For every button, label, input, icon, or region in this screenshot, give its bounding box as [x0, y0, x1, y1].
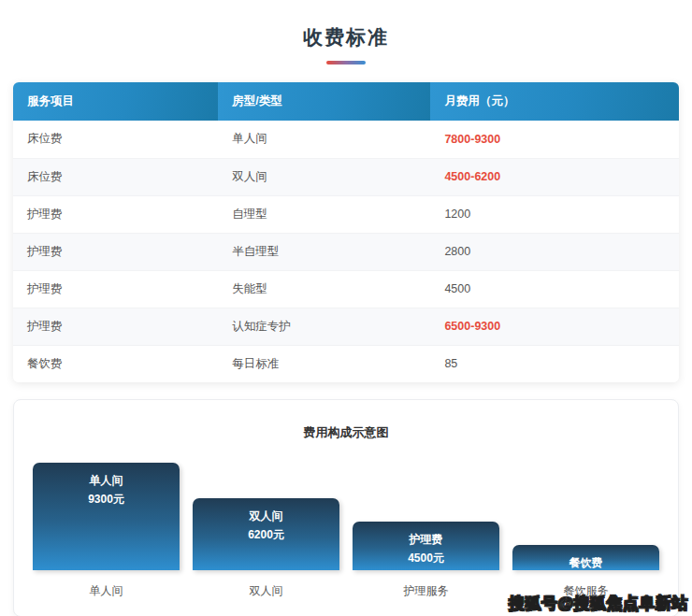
x-axis-label: 双人间	[193, 584, 339, 597]
bar-name-label: 双人间	[193, 507, 339, 525]
bar-area: 单人间 9300元	[33, 462, 180, 570]
x-axis-label: 单人间	[33, 584, 180, 597]
type-cell: 双人间	[218, 158, 430, 195]
fee-cell: 4500	[430, 270, 679, 308]
title-underline-rule	[326, 61, 366, 64]
page-container: 收费标准 服务项目 房型/类型 月费用（元） 床位费 单人间 7800-9300	[0, 0, 692, 616]
chart-column-dining: 餐饮费 餐饮服务	[512, 462, 659, 597]
chart-column-double-room: 双人间 6200元 双人间	[193, 462, 339, 597]
type-cell: 自理型	[218, 195, 430, 233]
page-header: 收费标准	[13, 0, 679, 64]
bar-value-label: 9300元	[33, 490, 180, 509]
type-cell: 失能型	[218, 270, 430, 308]
fee-cell: 85	[430, 345, 679, 382]
bar-single-room: 单人间 9300元	[33, 463, 180, 570]
bar-name-label: 单人间	[33, 471, 180, 490]
fee-table-body: 床位费 单人间 7800-9300 床位费 双人间 4500-6200 护理费 …	[13, 121, 679, 382]
service-cell: 床位费	[13, 121, 218, 158]
service-cell: 护理费	[13, 270, 218, 308]
table-row: 护理费 认知症专护 6500-9300	[13, 308, 679, 345]
fee-cell: 1200	[430, 195, 679, 233]
table-row: 床位费 单人间 7800-9300	[13, 121, 679, 158]
bar-dining-fee: 餐饮费	[512, 545, 659, 570]
type-cell: 每日标准	[218, 345, 430, 382]
chart-column-single-room: 单人间 9300元 单人间	[33, 462, 180, 597]
fee-table-header: 服务项目 房型/类型 月费用（元）	[13, 82, 679, 121]
fee-table-card: 服务项目 房型/类型 月费用（元） 床位费 单人间 7800-9300 床位费 …	[13, 82, 679, 382]
service-cell: 床位费	[13, 158, 218, 195]
bar-value-label: 4500元	[353, 549, 499, 567]
type-cell: 半自理型	[218, 233, 430, 270]
bar-double-room: 双人间 6200元	[193, 498, 339, 570]
page-title: 收费标准	[303, 24, 389, 50]
bar-area: 双人间 6200元	[193, 462, 339, 570]
chart-title: 费用构成示意图	[33, 424, 659, 441]
bar-name-label: 餐饮费	[512, 553, 659, 570]
fee-table: 服务项目 房型/类型 月费用（元） 床位费 单人间 7800-9300 床位费 …	[13, 82, 679, 382]
header-service: 服务项目	[13, 82, 218, 121]
table-row: 床位费 双人间 4500-6200	[13, 158, 679, 195]
service-cell: 护理费	[13, 308, 218, 345]
fee-composition-chart-card: 费用构成示意图 单人间 9300元 单人间 双人间 6200元	[13, 399, 679, 616]
header-row: 服务项目 房型/类型 月费用（元）	[13, 82, 679, 121]
bar-value-label: 6200元	[193, 525, 339, 544]
table-row: 护理费 自理型 1200	[13, 195, 679, 233]
type-cell: 认知症专护	[218, 308, 430, 345]
bar-name-label: 护理费	[353, 530, 499, 549]
type-cell: 单人间	[218, 121, 430, 158]
chart-bars-row: 单人间 9300元 单人间 双人间 6200元 双人间	[33, 462, 659, 597]
fee-cell: 4500-6200	[430, 158, 679, 195]
fee-cell: 2800	[430, 233, 679, 270]
service-cell: 餐饮费	[13, 345, 218, 382]
fee-cell: 6500-9300	[430, 308, 679, 345]
header-monthly-fee: 月费用（元）	[430, 82, 679, 121]
chart-column-nursing: 护理费 4500元 护理服务	[353, 462, 499, 597]
service-cell: 护理费	[13, 233, 218, 270]
x-axis-label: 护理服务	[353, 584, 499, 597]
table-row: 护理费 半自理型 2800	[13, 233, 679, 270]
bar-area: 餐饮费	[512, 462, 659, 570]
bar-area: 护理费 4500元	[353, 462, 499, 570]
fee-cell: 7800-9300	[430, 121, 679, 158]
bar-nursing-fee: 护理费 4500元	[353, 522, 499, 570]
header-room-type: 房型/类型	[218, 82, 430, 121]
table-row: 餐饮费 每日标准 85	[13, 345, 679, 382]
service-cell: 护理费	[13, 195, 218, 233]
sohu-watermark: 搜狐号@搜狐焦点阜新站	[509, 593, 688, 614]
table-row: 护理费 失能型 4500	[13, 270, 679, 308]
